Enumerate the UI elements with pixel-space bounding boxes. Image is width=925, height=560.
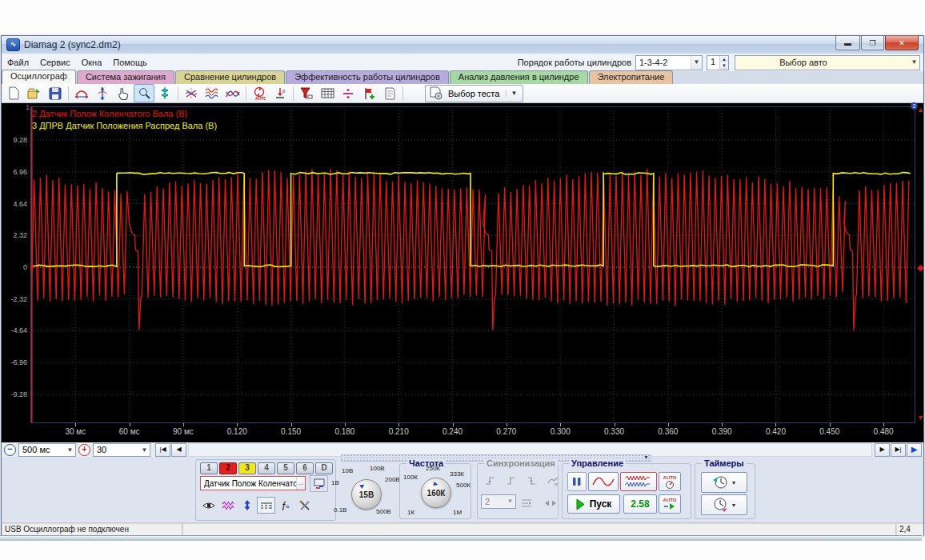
time-scale-combo[interactable]: 500 мс ▼: [18, 443, 76, 457]
tab-анализ[interactable]: Анализ давления в цилиндре: [450, 70, 588, 84]
x-tick-mark: [507, 423, 507, 426]
voltage-knob[interactable]: ▶ 15В: [351, 479, 382, 510]
arrows-icon: [541, 494, 559, 511]
filter-icon[interactable]: [296, 84, 317, 102]
waves-icon[interactable]: [218, 497, 237, 514]
table-icon[interactable]: [317, 84, 338, 102]
flag-icon[interactable]: [358, 84, 379, 102]
chevron-down-icon[interactable]: ▼: [731, 502, 737, 508]
firing-order-label: Порядок работы цилиндров: [518, 58, 631, 67]
menu-item-0[interactable]: Файл: [2, 55, 34, 70]
cylinder-spinner[interactable]: 1 ▲▼: [707, 55, 729, 70]
spin-down-icon[interactable]: ▼: [719, 62, 728, 70]
step-back-button[interactable]: ◀: [171, 443, 186, 457]
scroll-down-icon[interactable]: ▼: [917, 414, 924, 422]
close-button[interactable]: ✕: [885, 36, 919, 50]
menu-item-3[interactable]: Помощь: [107, 55, 153, 70]
tools-icon[interactable]: [295, 497, 314, 514]
toolbar-separator: [68, 86, 69, 101]
start-button[interactable]: Пуск: [567, 494, 620, 514]
tab-сравнение[interactable]: Сравнение цилиндров: [175, 70, 285, 84]
timer1-button[interactable]: ▼: [701, 472, 747, 493]
zoom-tool-icon[interactable]: [134, 84, 154, 102]
tab-эффективность[interactable]: Эффективность работы цилиндров: [286, 70, 449, 84]
signal-markers-icon[interactable]: [154, 84, 175, 102]
swap-channels-icon[interactable]: [310, 475, 328, 492]
scroll-up-icon[interactable]: ▲: [917, 106, 924, 114]
menu-item-2[interactable]: Окна: [76, 55, 108, 70]
more-icon[interactable]: ...: [296, 477, 305, 490]
channel1-marker[interactable]: 1: [26, 103, 30, 111]
zero-level-icon[interactable]: 0: [270, 84, 290, 102]
compress-wave-icon[interactable]: [181, 84, 202, 102]
chevron-down-icon[interactable]: ▼: [731, 480, 737, 486]
count-combo[interactable]: 30 ▼: [93, 443, 150, 457]
car-select-combo[interactable]: Выбор авто ▼: [735, 55, 920, 70]
knob-scale-label: 333К: [450, 470, 464, 478]
x-tick-mark: [830, 423, 831, 426]
auto-scale-icon[interactable]: AUTO: [249, 84, 270, 102]
maximize-button[interactable]: ❐: [861, 36, 884, 50]
tab-электропитание[interactable]: Электропитание: [589, 70, 674, 84]
tab-система[interactable]: Система зажигания: [77, 70, 174, 84]
channel-button-3[interactable]: 3: [238, 462, 256, 474]
auto-voltage-button[interactable]: AUTO: [659, 472, 681, 491]
minimize-button[interactable]: ▬: [835, 36, 860, 50]
chevron-down-icon[interactable]: ▼: [65, 444, 75, 456]
menu-item-1[interactable]: Сервис: [34, 55, 76, 70]
test-select-button[interactable]: Выбор теста▼: [425, 85, 523, 102]
math-divide-icon[interactable]: [338, 84, 358, 102]
taskbar-edge: [0, 535, 922, 541]
test-select-label: Выбор теста: [448, 89, 499, 98]
multi-wave-mode-button[interactable]: [620, 472, 657, 491]
sync-source-value: 2: [485, 497, 490, 506]
window-title: Diamag 2 (sync2.dm2): [24, 39, 121, 50]
sensor-combo[interactable]: Датчик Полож Коленчатого Ва ...: [200, 476, 306, 490]
overlay-wave-icon[interactable]: [222, 84, 243, 102]
auto-run-button[interactable]: AUTO: [659, 494, 681, 514]
frequency-knob[interactable]: ▶ 160К: [421, 478, 451, 508]
chevron-down-icon[interactable]: ▼: [909, 56, 919, 70]
single-wave-mode-button[interactable]: [588, 472, 619, 491]
waveform-plot[interactable]: [30, 106, 915, 423]
start-label: Пуск: [590, 498, 612, 510]
zero-level-marker[interactable]: ◆: [917, 262, 923, 273]
firing-order-combo[interactable]: 1-3-4-2 ▼: [635, 55, 703, 70]
timer2-button[interactable]: ▼: [701, 494, 747, 515]
channel-button-4[interactable]: 4: [258, 462, 275, 474]
new-file-icon[interactable]: [3, 84, 24, 102]
report-icon[interactable]: [379, 84, 400, 102]
tab-осциллограф[interactable]: Осциллограф: [2, 70, 76, 84]
multi-wave-icon[interactable]: [202, 84, 222, 102]
go-last-button[interactable]: ▶|: [891, 443, 906, 457]
h-scale-icon[interactable]: [71, 84, 92, 102]
spin-up-icon[interactable]: ▲: [719, 56, 728, 63]
step-forward-button[interactable]: ▶: [875, 443, 890, 457]
channel-button-6[interactable]: 6: [296, 462, 314, 474]
knob-scale-label: 500К: [456, 482, 471, 489]
v-scale-icon[interactable]: [92, 84, 113, 102]
go-first-button[interactable]: |◀: [155, 443, 170, 457]
play-button[interactable]: ▶: [907, 443, 922, 457]
pause-button[interactable]: [567, 472, 587, 491]
sync-source-combo[interactable]: 2 ▼: [481, 494, 516, 509]
menu-bar: ФайлСервисОкнаПомощь Порядок работы цили…: [2, 54, 923, 72]
channel-button-5[interactable]: 5: [277, 462, 294, 474]
hand-tool-icon[interactable]: [113, 84, 134, 102]
save-file-icon[interactable]: [45, 84, 66, 102]
chevron-down-icon[interactable]: ▼: [139, 444, 150, 456]
knob-scale-label: 100К: [403, 474, 418, 481]
zoom-out-icon[interactable]: −: [4, 444, 16, 456]
updown-arrow-icon[interactable]: [238, 497, 256, 514]
channel-button-D[interactable]: D: [315, 462, 333, 474]
channel-button-1[interactable]: 1: [200, 462, 218, 474]
channel-button-2[interactable]: 2: [219, 462, 237, 474]
collapse-icon[interactable]: ▼: [643, 454, 649, 460]
open-file-icon[interactable]: [24, 84, 45, 102]
y-tick-label: 2.32: [3, 231, 27, 239]
dashed-lines-icon[interactable]: [257, 497, 275, 514]
eye-icon[interactable]: [199, 497, 218, 514]
chevron-down-icon[interactable]: ▼: [691, 56, 702, 70]
formula-icon[interactable]: ƒ≈: [276, 497, 294, 514]
zoom-in-icon[interactable]: +: [78, 444, 90, 456]
